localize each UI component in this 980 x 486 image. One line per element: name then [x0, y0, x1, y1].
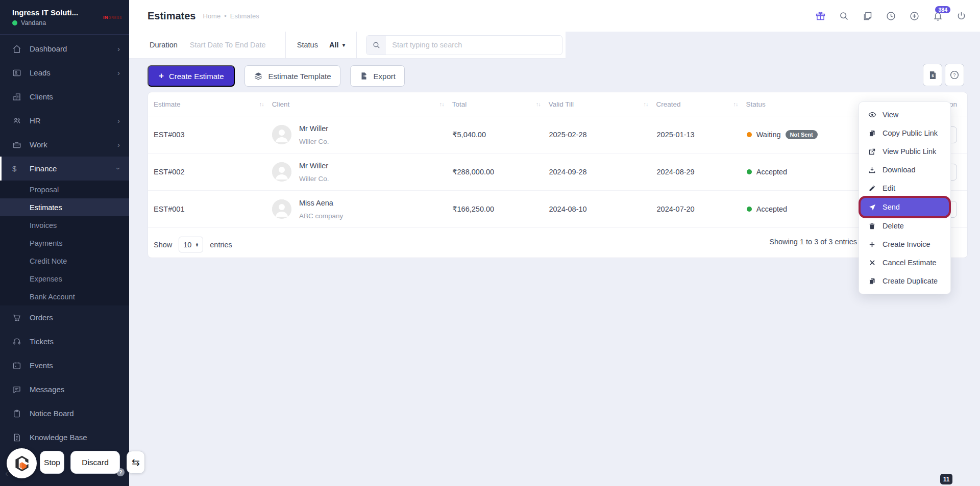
company-name: Ingress IT Soluti...: [12, 8, 103, 17]
menu-item-create-invoice[interactable]: Create Invoice: [859, 235, 950, 253]
layers-icon: [254, 71, 263, 81]
export-button[interactable]: Export: [350, 65, 405, 87]
sort-icon[interactable]: ↑↓: [536, 101, 541, 107]
gift-icon[interactable]: [815, 11, 826, 21]
duration-input[interactable]: [189, 40, 285, 49]
sort-icon[interactable]: ↑↓: [259, 101, 264, 107]
page-size-select[interactable]: 10 ▲▼: [179, 237, 203, 252]
estimate-number[interactable]: EST#001: [154, 205, 272, 213]
client-name[interactable]: Mr Willer: [299, 162, 329, 170]
menu-item-download[interactable]: Download: [859, 161, 950, 179]
divider: [285, 32, 286, 59]
sidebar-subitem-estimates[interactable]: Estimates: [0, 198, 129, 216]
document-icon: [12, 433, 30, 442]
sidebar-subitem-invoices[interactable]: Invoices: [0, 216, 129, 234]
bell-icon[interactable]: 384: [933, 11, 943, 21]
sidebar-item-orders[interactable]: Orders: [0, 305, 129, 329]
download-icon: [868, 166, 876, 174]
sidebar-item-knowledge-base[interactable]: Knowledge Base: [0, 425, 129, 449]
table-row: EST#003 Mr Willer Willer Co. ₹5,040.00 2…: [148, 116, 967, 154]
search-icon[interactable]: [839, 11, 849, 21]
estimate-template-button[interactable]: Estimate Template: [244, 65, 340, 87]
status-dot: [747, 169, 752, 174]
plus-circle-icon[interactable]: [909, 11, 920, 21]
duplicate-icon: [868, 277, 876, 285]
copy-icon: [868, 130, 876, 137]
history-icon[interactable]: [886, 11, 896, 21]
caret-down-icon: ▼: [341, 42, 346, 48]
menu-item-view[interactable]: View: [859, 106, 950, 124]
notes-icon[interactable]: [862, 11, 873, 21]
menu-item-delete[interactable]: Delete: [859, 217, 950, 235]
swap-button[interactable]: ⇆: [127, 451, 145, 474]
sidebar-item-leads[interactable]: Leads ›: [0, 61, 129, 85]
sidebar-subitem-bank-account[interactable]: Bank Account: [0, 288, 129, 305]
create-estimate-button[interactable]: + Create Estimate: [148, 65, 235, 87]
clipboard-icon: [12, 409, 30, 418]
home-icon: [12, 44, 30, 54]
sort-icon[interactable]: ↑↓: [644, 101, 648, 107]
created-date: 2024-08-29: [657, 168, 747, 176]
estimate-number[interactable]: EST#003: [154, 131, 272, 139]
sidebar-subitem-expenses[interactable]: Expenses: [0, 270, 129, 288]
notification-badge: 384: [935, 6, 950, 14]
chevron-right-icon: ›: [117, 44, 120, 53]
column-header-created[interactable]: Created↑↓: [656, 100, 746, 108]
agent-logo-button[interactable]: [7, 448, 37, 478]
sidebar-subitem-credit-note[interactable]: Credit Note: [0, 252, 129, 270]
send-icon: [868, 203, 876, 211]
content-area: + Create Estimate Estimate Template Expo…: [129, 59, 980, 486]
finance-submenu: Proposal Estimates Invoices Payments Cre…: [0, 181, 129, 305]
status-filter-label: Status: [297, 41, 318, 49]
sidebar-item-work[interactable]: Work ›: [0, 133, 129, 157]
discard-button[interactable]: Discard: [70, 451, 120, 474]
client-name[interactable]: Miss Aena: [299, 199, 343, 207]
menu-item-cancel-estimate[interactable]: Cancel Estimate: [859, 253, 950, 272]
table-row: EST#001 Miss Aena ABC company ₹166,250.0…: [148, 191, 967, 228]
invoice-report-button[interactable]: $: [923, 64, 942, 86]
sidebar-subitem-payments[interactable]: Payments: [0, 234, 129, 252]
avatar: [272, 199, 291, 219]
help-button[interactable]: ?: [945, 64, 964, 86]
column-header-client[interactable]: Client↑↓: [272, 100, 452, 108]
sidebar-item-hr[interactable]: HR ›: [0, 109, 129, 133]
sidebar-item-finance[interactable]: $ Finance ›: [0, 157, 129, 181]
stop-button[interactable]: Stop: [40, 451, 64, 474]
column-header-valid-till[interactable]: Valid Till↑↓: [549, 100, 656, 108]
sidebar-subitem-proposal[interactable]: Proposal: [0, 181, 129, 198]
breadcrumb-home[interactable]: Home: [203, 12, 221, 20]
sidebar-item-dashboard[interactable]: Dashboard ›: [0, 37, 129, 61]
briefcase-icon: [12, 140, 30, 149]
menu-item-edit[interactable]: Edit: [859, 179, 950, 197]
column-header-total[interactable]: Total↑↓: [452, 100, 549, 108]
sidebar-item-tickets[interactable]: Tickets: [0, 329, 129, 353]
sidebar-item-clients[interactable]: Clients: [0, 85, 129, 109]
sidebar-item-events[interactable]: Events: [0, 353, 129, 377]
sidebar-item-messages[interactable]: Messages: [0, 377, 129, 401]
row-actions-menu: View Copy Public Link View Public Link D…: [859, 101, 951, 294]
sidebar-item-notice-board[interactable]: Notice Board: [0, 401, 129, 425]
sidebar-header[interactable]: Ingress IT Soluti... Vandana INGRESS: [0, 0, 129, 35]
svg-text:$: $: [932, 73, 934, 78]
search-input[interactable]: [386, 41, 562, 49]
sort-icon[interactable]: ↑↓: [733, 101, 738, 107]
menu-item-view-public-link[interactable]: View Public Link: [859, 142, 950, 161]
menu-item-copy-public-link[interactable]: Copy Public Link: [859, 124, 950, 142]
estimate-total: ₹5,040.00: [452, 131, 549, 139]
brand-logo: INGRESS: [103, 15, 122, 20]
users-icon: [12, 116, 30, 125]
power-icon[interactable]: [956, 11, 967, 21]
estimate-number[interactable]: EST#002: [154, 168, 272, 176]
table-row: EST#002 Mr Willer Willer Co. ₹288,000.00…: [148, 154, 967, 191]
column-header-estimate[interactable]: Estimate↑↓: [154, 100, 272, 108]
client-name[interactable]: Mr Willer: [299, 124, 329, 133]
menu-item-create-duplicate[interactable]: Create Duplicate: [859, 272, 950, 290]
eye-icon: [868, 111, 876, 119]
sort-icon[interactable]: ↑↓: [439, 101, 444, 107]
status-label: Waiting: [756, 131, 781, 139]
valid-till-date: 2024-08-10: [549, 205, 656, 213]
trash-icon: [868, 222, 876, 230]
status-filter-dropdown[interactable]: All ▼: [329, 41, 346, 49]
menu-item-send[interactable]: Send: [861, 198, 949, 216]
client-company: Willer Co.: [299, 175, 329, 183]
